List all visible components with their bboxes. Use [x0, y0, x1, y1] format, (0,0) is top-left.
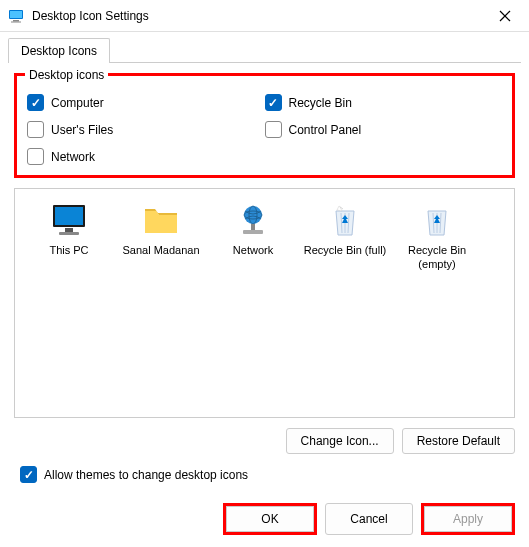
checkbox-users-files[interactable]: User's Files [27, 121, 265, 138]
svg-rect-2 [13, 20, 19, 22]
svg-rect-7 [55, 207, 83, 225]
recycle-bin-empty-icon [417, 203, 457, 239]
svg-rect-13 [251, 224, 255, 230]
svg-rect-8 [65, 228, 73, 232]
preview-recycle-bin-empty[interactable]: Recycle Bin (empty) [391, 203, 483, 272]
checkbox-label: Network [51, 150, 95, 164]
checkbox-label: User's Files [51, 123, 113, 137]
icon-buttons-row: Change Icon... Restore Default [14, 428, 515, 454]
app-icon [8, 8, 24, 24]
restore-default-button[interactable]: Restore Default [402, 428, 515, 454]
checkbox-computer[interactable]: Computer [27, 94, 265, 111]
apply-button[interactable]: Apply [424, 506, 512, 532]
preview-this-pc[interactable]: This PC [23, 203, 115, 257]
checkbox-icon [265, 121, 282, 138]
checkbox-recycle-bin[interactable]: Recycle Bin [265, 94, 503, 111]
tab-desktop-icons[interactable]: Desktop Icons [8, 38, 110, 63]
preview-recycle-bin-full[interactable]: Recycle Bin (full) [299, 203, 391, 257]
group-legend: Desktop icons [25, 68, 108, 82]
checkbox-label: Recycle Bin [289, 96, 352, 110]
highlight-apply: Apply [421, 503, 515, 535]
tab-strip: Desktop Icons [0, 32, 529, 63]
svg-rect-9 [59, 232, 79, 235]
preview-label: Sanal Madanan [122, 243, 199, 257]
dialog-content: Desktop icons Computer Recycle Bin User'… [0, 63, 529, 493]
icon-preview-panel: This PC Sanal Madanan [14, 188, 515, 418]
checkbox-icon [27, 94, 44, 111]
checkbox-control-panel[interactable]: Control Panel [265, 121, 503, 138]
allow-themes-label: Allow themes to change desktop icons [44, 468, 248, 482]
checkbox-icon [20, 466, 37, 483]
cancel-button[interactable]: Cancel [325, 503, 413, 535]
preview-label: This PC [49, 243, 88, 257]
recycle-bin-full-icon [325, 203, 365, 239]
preview-network[interactable]: Network [207, 203, 299, 257]
svg-rect-14 [243, 230, 263, 234]
preview-label: Recycle Bin (empty) [391, 243, 483, 272]
svg-rect-3 [11, 21, 21, 22]
preview-label: Network [233, 243, 273, 257]
svg-point-10 [244, 206, 262, 224]
close-button[interactable] [489, 0, 521, 32]
monitor-icon [49, 203, 89, 239]
checkbox-label: Computer [51, 96, 104, 110]
checkbox-network[interactable]: Network [27, 148, 265, 165]
svg-rect-1 [10, 11, 22, 18]
desktop-icons-group: Desktop icons Computer Recycle Bin User'… [14, 73, 515, 178]
window-title: Desktop Icon Settings [32, 9, 489, 23]
highlight-ok: OK [223, 503, 317, 535]
folder-icon [141, 203, 181, 239]
dialog-footer: OK Cancel Apply [0, 493, 529, 547]
checkbox-icon [27, 148, 44, 165]
allow-themes-row[interactable]: Allow themes to change desktop icons [20, 466, 515, 483]
titlebar: Desktop Icon Settings [0, 0, 529, 32]
checkbox-grid: Computer Recycle Bin User's Files Contro… [27, 88, 502, 165]
checkbox-icon [265, 94, 282, 111]
ok-button[interactable]: OK [226, 506, 314, 532]
change-icon-button[interactable]: Change Icon... [286, 428, 394, 454]
preview-label: Recycle Bin (full) [304, 243, 387, 257]
preview-user-folder[interactable]: Sanal Madanan [115, 203, 207, 257]
checkbox-icon [27, 121, 44, 138]
close-icon [499, 10, 511, 22]
network-icon [233, 203, 273, 239]
checkbox-label: Control Panel [289, 123, 362, 137]
